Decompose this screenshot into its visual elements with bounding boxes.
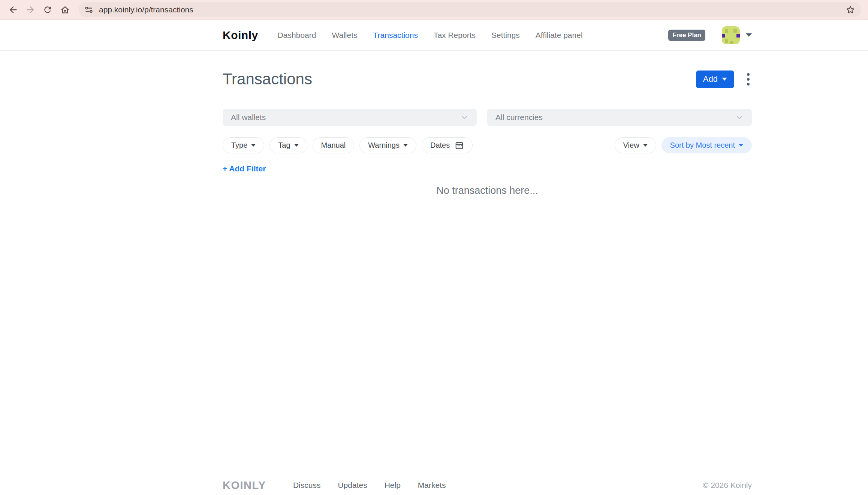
sort-button[interactable]: Sort by Most recent (661, 137, 752, 153)
back-icon[interactable] (6, 3, 20, 17)
chevron-down-icon (294, 144, 299, 147)
filter-pill-group: Type Tag Manual Warnings Dates (223, 137, 473, 153)
forward-icon (23, 3, 37, 17)
add-filter-link[interactable]: + Add Filter (223, 164, 266, 173)
chevron-down-icon (460, 113, 468, 122)
footer-links: Discuss Updates Help Markets (293, 481, 446, 490)
nav-dashboard[interactable]: Dashboard (278, 31, 316, 40)
page-title: Transactions (223, 70, 312, 88)
filter-type-button[interactable]: Type (223, 137, 264, 153)
view-button[interactable]: View (615, 137, 656, 153)
chevron-down-icon (403, 144, 408, 147)
nav-affiliate-panel[interactable]: Affiliate panel (536, 31, 583, 40)
nav-tax-reports[interactable]: Tax Reports (434, 31, 476, 40)
nav-wallets[interactable]: Wallets (332, 31, 357, 40)
browser-chrome: app.koinly.io/p/transactions (0, 0, 868, 20)
chevron-down-icon (251, 144, 256, 147)
filter-warnings-button[interactable]: Warnings (359, 137, 416, 153)
bookmark-star-icon[interactable] (846, 5, 855, 15)
view-sort-group: View Sort by Most recent (615, 137, 752, 153)
filter-tag-button[interactable]: Tag (269, 137, 307, 153)
footer-link-help[interactable]: Help (385, 481, 401, 490)
user-menu-caret-icon[interactable] (746, 33, 752, 37)
chevron-down-icon (739, 144, 743, 147)
main-nav: Dashboard Wallets Transactions Tax Repor… (278, 31, 583, 40)
reload-icon[interactable] (40, 3, 55, 17)
footer: KOINLY Discuss Updates Help Markets © 20… (0, 477, 868, 494)
url-bar[interactable]: app.koinly.io/p/transactions (79, 2, 861, 17)
nav-settings[interactable]: Settings (491, 31, 520, 40)
add-button[interactable]: Add (696, 70, 734, 88)
plan-badge: Free Plan (668, 30, 705, 41)
chevron-down-icon (722, 78, 727, 81)
kebab-menu-icon[interactable] (745, 71, 752, 88)
copyright-text: © 2026 Koinly (703, 481, 752, 490)
avatar[interactable] (722, 26, 740, 44)
footer-link-updates[interactable]: Updates (338, 481, 367, 490)
nav-transactions[interactable]: Transactions (373, 31, 418, 40)
url-text[interactable]: app.koinly.io/p/transactions (99, 5, 193, 14)
empty-state-message: No transactions here... (223, 185, 752, 196)
filter-dates-button[interactable]: Dates (422, 137, 473, 153)
calendar-icon (455, 141, 464, 150)
chevron-down-icon (735, 113, 744, 122)
footer-link-markets[interactable]: Markets (418, 481, 446, 490)
main-content: Transactions Add All wallets All currenc… (223, 70, 752, 196)
koinly-logo[interactable]: Koinly (223, 29, 258, 42)
app-header: Koinly Dashboard Wallets Transactions Ta… (0, 20, 868, 51)
footer-link-discuss[interactable]: Discuss (293, 481, 321, 490)
chevron-down-icon (643, 144, 648, 147)
currencies-select[interactable]: All currencies (487, 109, 752, 126)
wallets-select[interactable]: All wallets (223, 109, 477, 126)
filter-manual-button[interactable]: Manual (313, 137, 355, 153)
home-icon[interactable] (58, 3, 72, 17)
footer-koinly-logo: KOINLY (223, 479, 266, 492)
site-settings-icon[interactable] (84, 5, 94, 15)
